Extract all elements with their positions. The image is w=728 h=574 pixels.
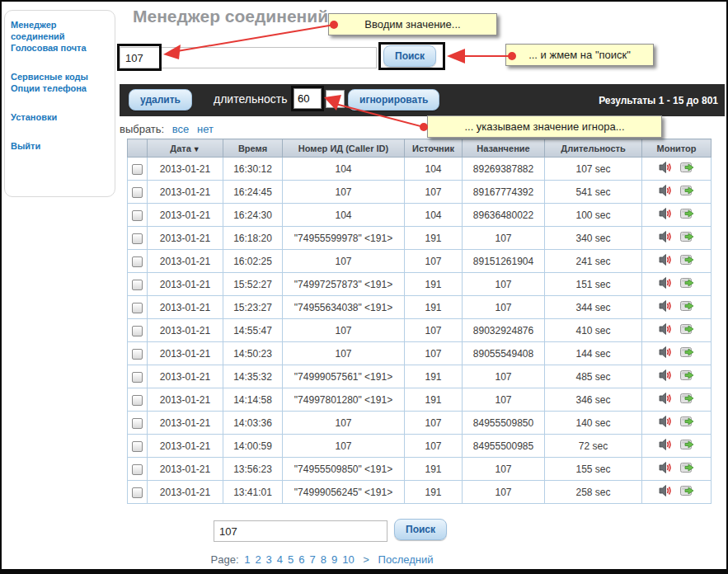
row-checkbox[interactable] [132,210,143,221]
export-icon[interactable] [680,161,694,176]
cell-source: 107 [405,319,463,342]
search-button-bottom[interactable]: Поиск [394,519,447,540]
speaker-icon[interactable] [659,438,672,454]
export-icon[interactable] [680,484,694,500]
page-link[interactable]: 10 [342,553,354,566]
speaker-icon[interactable] [659,484,672,500]
cell-time: 16:18:20 [223,227,283,250]
export-icon[interactable] [680,392,694,407]
speaker-icon[interactable] [659,230,672,246]
row-checkbox[interactable] [132,303,143,313]
page-link[interactable]: 7 [310,553,316,566]
sidebar-item-phone-options[interactable]: Опции телефона [11,82,109,94]
row-checkbox[interactable] [132,372,143,383]
table-row: 2013-01-21 14:00:59 107 107 84955500985 … [128,435,712,458]
row-checkbox[interactable] [132,441,143,452]
sidebar-item-voicemail[interactable]: Голосовая почта [11,42,109,54]
page-link[interactable]: 3 [266,553,272,566]
export-icon[interactable] [680,253,694,269]
row-checkbox[interactable] [132,418,143,429]
duration-spin-box[interactable] [326,90,345,108]
row-checkbox[interactable] [132,280,143,290]
speaker-icon[interactable] [659,346,672,361]
cell-time: 14:00:59 [223,435,283,458]
cell-duration: 140 sec [545,412,642,435]
table-row: 2013-01-21 16:24:45 107 107 89167774392 … [128,181,712,204]
cell-caller-id: "74999056245" <191> [283,481,405,504]
row-checkbox[interactable] [132,349,143,360]
page-link[interactable]: 5 [288,553,294,566]
pagination-next-link[interactable]: > [363,553,369,566]
speaker-icon[interactable] [659,299,672,315]
export-icon[interactable] [680,322,694,338]
row-checkbox[interactable] [132,464,143,475]
row-checkbox[interactable] [132,487,143,498]
sidebar-item-logout[interactable]: Выйти [11,140,109,152]
cell-date: 2013-01-21 [148,158,223,181]
cell-caller-id: 107 [283,342,405,365]
speaker-icon[interactable] [659,276,672,292]
delete-button[interactable]: удалить [129,89,192,111]
cell-date: 2013-01-21 [148,342,223,365]
ignore-button[interactable]: игнорировать [348,89,439,111]
speaker-icon[interactable] [659,161,672,176]
page-link[interactable]: 4 [277,553,283,566]
sidebar-item-settings[interactable]: Установки [11,111,109,123]
sidebar-item-service-codes[interactable]: Сервисные коды [11,71,109,82]
row-checkbox[interactable] [132,164,143,175]
row-checkbox[interactable] [132,326,143,336]
export-icon[interactable] [680,276,694,292]
cell-caller-id: 107 [283,412,405,435]
select-all-link[interactable]: все [172,123,190,135]
speaker-icon[interactable] [659,207,672,223]
speaker-icon[interactable] [659,415,672,430]
duration-input[interactable] [294,88,322,109]
export-icon[interactable] [680,207,694,223]
cell-date: 2013-01-21 [148,296,223,319]
export-icon[interactable] [680,438,694,454]
export-icon[interactable] [680,230,694,246]
select-none-link[interactable]: нет [197,123,214,135]
page-link[interactable]: 9 [331,553,337,566]
export-icon[interactable] [680,415,694,430]
export-icon[interactable] [680,346,694,361]
header-checkbox-column [128,139,148,158]
row-checkbox[interactable] [132,256,143,267]
page-link[interactable]: 1 [244,553,250,566]
speaker-icon[interactable] [659,184,672,200]
cell-destination: 107 [463,458,545,481]
table-row: 2013-01-21 14:35:32 "74999057561" <191> … [128,365,712,388]
speaker-icon[interactable] [659,253,672,269]
speaker-icon[interactable] [659,392,672,407]
header-source: Источник [405,139,463,158]
search-input-bottom[interactable] [214,520,387,542]
cell-destination: 84955500985 [463,435,545,458]
app-window: Менеджер соединений Голосовая почта Серв… [0,0,728,574]
export-icon[interactable] [680,461,694,477]
row-checkbox[interactable] [132,233,143,244]
pagination-last-link[interactable]: Последний [378,553,434,566]
page-link[interactable]: 2 [255,553,261,566]
page-link[interactable]: 8 [321,553,326,566]
search-button[interactable]: Поиск [383,45,436,67]
export-icon[interactable] [680,184,694,200]
cell-time: 14:55:47 [223,319,283,342]
header-monitor: Монитор [642,139,712,158]
header-date[interactable]: Дата▼ [148,139,223,158]
cell-source: 107 [405,435,463,458]
search-input[interactable] [120,47,377,68]
table-row: 2013-01-21 16:18:20 "74955599978" <191> … [128,227,712,250]
row-checkbox[interactable] [132,395,143,406]
speaker-icon[interactable] [659,369,672,384]
cell-time: 16:24:45 [223,181,283,204]
cell-source: 107 [405,342,463,365]
page-link[interactable]: 6 [298,553,304,566]
speaker-icon[interactable] [659,461,672,477]
export-icon[interactable] [680,369,694,384]
row-checkbox[interactable] [132,187,143,198]
speaker-icon[interactable] [659,322,672,338]
export-icon[interactable] [680,299,694,315]
sidebar-item-connection-manager[interactable]: Менеджер соединений [11,19,109,42]
cell-duration: 72 sec [545,435,642,458]
table-row: 2013-01-21 15:52:27 "74997257873" <191> … [128,273,712,296]
